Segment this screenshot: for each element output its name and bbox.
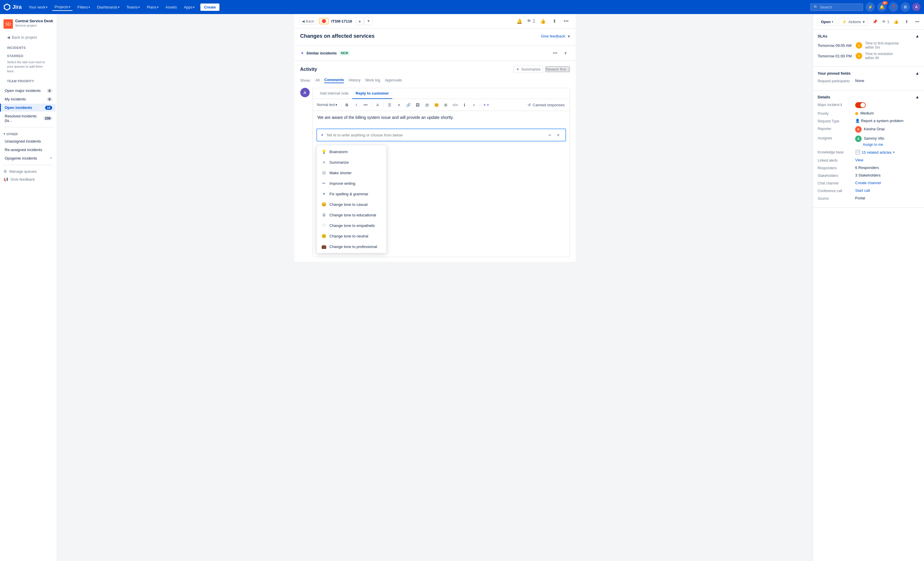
assign-to-me-link[interactable]: Assign to me xyxy=(863,143,884,147)
sidebar-item-open-incidents[interactable]: Open incidents 18 xyxy=(0,104,56,112)
notifications-icon[interactable]: 🔔 9+ xyxy=(877,2,886,12)
chat-channel-value[interactable]: Create channel xyxy=(855,181,920,185)
current-user-avatar: A xyxy=(300,88,310,97)
user-avatar[interactable]: A xyxy=(912,3,921,11)
summarize-button[interactable]: ✦ Summarize xyxy=(513,66,543,73)
similar-more-button[interactable]: ••• xyxy=(551,49,559,57)
similar-expand-button[interactable]: ▾ xyxy=(562,49,570,57)
like-icon-button[interactable]: 👍 xyxy=(891,17,901,26)
ai-menu-shorter[interactable]: ⊟ Make shorter xyxy=(317,168,386,178)
newest-first-button[interactable]: Newest first ↕ xyxy=(546,66,570,72)
text-style-selector[interactable]: Normal text ▾ xyxy=(315,102,339,108)
tab-history[interactable]: History xyxy=(349,78,360,83)
ai-menu-professional[interactable]: 💼 Change tone to professional xyxy=(317,241,386,252)
tab-approvals[interactable]: Approvals xyxy=(385,78,402,83)
code-button[interactable]: </> xyxy=(451,101,459,109)
sidebar-item-open-major[interactable]: Open major incidents 0 xyxy=(1,87,56,94)
create-button[interactable]: Create xyxy=(200,3,219,11)
ai-menu-brainstorm[interactable]: 💡 Brainstorm xyxy=(317,147,386,157)
italic-button[interactable]: I xyxy=(352,101,360,109)
major-incident-label: Major incident ℹ xyxy=(818,102,853,107)
tab-comments[interactable]: Comments xyxy=(324,78,344,83)
ai-menu-empathetic[interactable]: ♡ Change tone to empathetic xyxy=(317,220,386,231)
automation-icon[interactable]: ⚡ xyxy=(866,2,875,12)
search-box[interactable]: 🔍 Search xyxy=(810,3,863,11)
emoji-button[interactable]: 😊 xyxy=(432,101,441,109)
share-icon-button[interactable]: ⬆ xyxy=(550,16,559,26)
ai-submit-button[interactable]: ↵ xyxy=(547,132,554,139)
reply-tab-internal[interactable]: Add internal note xyxy=(316,88,352,99)
priority-label: Priority xyxy=(818,111,853,116)
sidebar-item-reassigned[interactable]: Re-assigned incidents xyxy=(1,146,56,154)
manage-queues-button[interactable]: ⚙ Manage queues xyxy=(0,168,57,175)
major-incident-toggle[interactable] xyxy=(855,102,866,108)
details-header[interactable]: Details ▲ xyxy=(818,94,920,99)
ai-menu-neutral[interactable]: 😐 Change tone to neutral xyxy=(317,231,386,241)
ai-menu-improve[interactable]: ✏ Improve writing xyxy=(317,178,386,188)
pin-icon-button[interactable]: 📌 xyxy=(870,17,880,26)
numbered-list-button[interactable]: ≡ xyxy=(395,101,403,109)
ai-menu-educational[interactable]: 🖥 Change tone to educational xyxy=(317,209,386,220)
ai-menu-fix-spelling[interactable]: ✦ Fix spelling & grammar xyxy=(317,188,386,199)
reply-tab-customer[interactable]: Reply to customer xyxy=(352,88,392,99)
pinned-fields-header[interactable]: Your pinned fields ▲ xyxy=(818,71,920,76)
canned-responses-button[interactable]: ↺ Canned responses xyxy=(525,102,567,108)
actions-button[interactable]: ⚡ Actions ▾ xyxy=(839,18,868,26)
bold-button[interactable]: B xyxy=(343,101,351,109)
chevron-down-icon[interactable]: ▾ xyxy=(893,150,895,154)
sidebar-item-opsgenie[interactable]: Opsgenie incidents ↗ xyxy=(1,154,56,162)
insert-button[interactable]: + xyxy=(470,101,478,109)
back-to-project-button[interactable]: ◀ Back to project xyxy=(3,33,53,41)
link-button[interactable]: 🔗 xyxy=(404,101,412,109)
nav-apps[interactable]: Apps ▾ xyxy=(182,4,197,10)
nav-dashboards[interactable]: Dashboards ▾ xyxy=(94,4,122,10)
notify-icon-button[interactable]: 🔔 xyxy=(515,16,524,26)
expand-icon[interactable]: ▾ xyxy=(568,34,570,39)
mention-button[interactable]: @ xyxy=(423,101,431,109)
ai-menu-summarize[interactable]: ≡ Summarize xyxy=(317,157,386,168)
sla-section-header[interactable]: SLAs ▲ xyxy=(818,34,920,38)
more-formatting-button[interactable]: ••• xyxy=(362,101,370,109)
ai-menu-casual[interactable]: 😊 Change tone to casual xyxy=(317,199,386,209)
nav-plans[interactable]: Plans ▾ xyxy=(144,4,161,10)
nav-assets[interactable]: Assets xyxy=(163,4,179,10)
image-button[interactable]: 🖼 xyxy=(414,101,422,109)
sidebar-item-unassigned[interactable]: Unassigned incidents xyxy=(1,137,56,145)
conference-call-value[interactable]: Start call xyxy=(855,188,920,193)
nav-projects[interactable]: Projects ▾ xyxy=(52,3,73,11)
ai-assist-button[interactable]: ✦✦ xyxy=(482,101,491,109)
jira-logo[interactable]: Jira xyxy=(3,3,22,10)
help-icon[interactable]: ❓ xyxy=(889,2,898,12)
tab-worklog[interactable]: Work log xyxy=(365,78,380,83)
prev-ticket-button[interactable]: ▲ xyxy=(356,17,364,25)
next-ticket-button[interactable]: ▼ xyxy=(364,17,373,25)
watch-icon-button[interactable]: 👁 1 xyxy=(526,16,536,26)
give-feedback-sidebar-button[interactable]: 📢 Give feedback xyxy=(0,175,57,183)
nav-your-work[interactable]: Your work ▾ xyxy=(26,4,50,10)
sidebar-item-resolved-incidents[interactable]: Resolved incidents (la... 238 xyxy=(1,112,56,124)
table-button[interactable]: ⊞ xyxy=(442,101,450,109)
ai-input[interactable] xyxy=(326,133,544,137)
back-button[interactable]: ◀ Back xyxy=(299,18,317,25)
tab-all[interactable]: All xyxy=(315,78,320,83)
share-icon-button[interactable]: ⬆ xyxy=(902,17,911,26)
bullet-list-button[interactable]: ☰ xyxy=(386,101,394,109)
give-feedback-header-button[interactable]: Give feedback xyxy=(541,34,565,38)
settings-icon[interactable]: ⚙ xyxy=(901,2,910,12)
ai-clear-button[interactable]: ✕ xyxy=(555,132,562,139)
kb-link[interactable]: 15 related articles xyxy=(862,150,892,155)
status-button[interactable]: Open ▾ xyxy=(818,18,836,26)
more-icon-button[interactable]: ••• xyxy=(913,17,922,26)
eye-icon-button[interactable]: 👁 1 xyxy=(881,17,890,26)
text-color-button[interactable]: A xyxy=(374,101,382,109)
nav-teams[interactable]: Teams ▾ xyxy=(124,4,142,10)
nav-filters[interactable]: Filters ▾ xyxy=(75,4,92,10)
info-button[interactable]: ℹ xyxy=(460,101,469,109)
spell-icon: ✦ xyxy=(321,191,327,196)
more-icon-button[interactable]: ••• xyxy=(562,16,571,26)
linked-alerts-view[interactable]: View xyxy=(855,158,920,162)
editor-content[interactable]: We are aware of the billing system issue… xyxy=(313,111,570,129)
other-section-title[interactable]: ▾ OTHER xyxy=(0,130,57,137)
thumbsup-icon-button[interactable]: 👍 xyxy=(538,16,548,26)
sidebar-item-my-incidents[interactable]: My incidents 0 xyxy=(1,95,56,103)
